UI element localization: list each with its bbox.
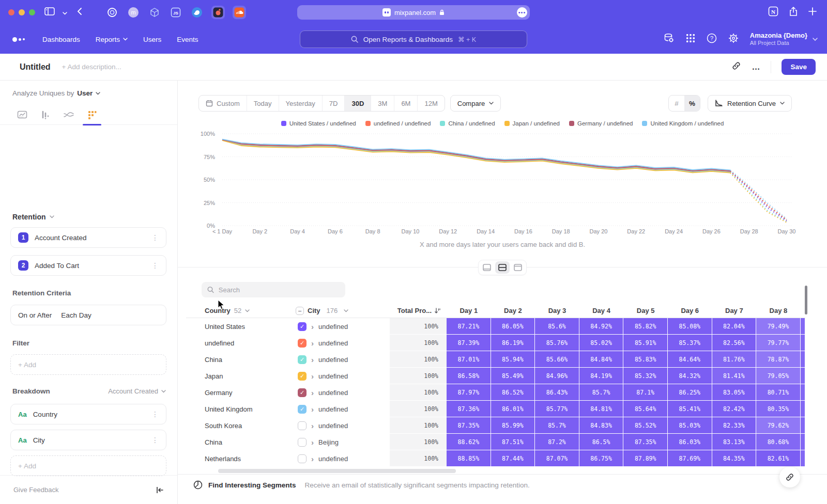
retention-cell[interactable]: 86.75% <box>579 450 624 467</box>
horizontal-scrollbar[interactable] <box>218 469 456 473</box>
apps-grid-icon[interactable] <box>686 34 695 45</box>
retention-cell[interactable]: 85.49% <box>491 368 535 384</box>
retention-cell[interactable]: 85.6% <box>535 318 579 335</box>
retention-cell[interactable]: 87.07% <box>535 450 579 467</box>
nav-item-events[interactable]: Events <box>177 36 198 43</box>
retention-cell[interactable]: 86.19% <box>491 335 535 351</box>
retention-cell[interactable]: 85.99% <box>491 417 535 434</box>
column-header-day-8[interactable]: Day 8 <box>756 307 801 314</box>
step-event-name[interactable]: Account Created <box>35 234 87 242</box>
retention-cell[interactable]: 84.84% <box>579 351 624 368</box>
tab-flows[interactable] <box>63 109 74 121</box>
give-feedback-link[interactable]: Give Feedback <box>13 486 58 494</box>
new-tab-icon[interactable] <box>808 7 817 18</box>
extension-logseq-icon[interactable] <box>211 6 225 19</box>
retention-cell[interactable]: 85.52% <box>623 417 668 434</box>
retention-cell[interactable]: 87.89% <box>623 450 668 467</box>
retention-cell[interactable]: 87.35% <box>623 434 668 450</box>
series-checkbox[interactable] <box>298 421 307 430</box>
more-menu-icon[interactable]: … <box>752 62 760 72</box>
help-icon[interactable]: ? <box>707 33 717 45</box>
range-7d[interactable]: 7D <box>323 96 345 111</box>
format-absolute[interactable]: # <box>669 96 684 111</box>
vertical-scrollbar[interactable] <box>805 286 807 314</box>
expand-row-icon[interactable]: › <box>311 388 314 397</box>
expand-row-icon[interactable]: › <box>311 421 314 430</box>
retention-section-title[interactable]: Retention <box>12 213 46 221</box>
legend-item[interactable]: China / undefined <box>440 120 495 127</box>
retention-cell[interactable]: 84.96% <box>535 368 579 384</box>
retention-cell[interactable]: 87.36% <box>447 401 491 417</box>
retention-cell[interactable]: 88.85% <box>447 450 491 467</box>
retention-cell[interactable]: 85.94% <box>491 351 535 368</box>
notion-icon[interactable]: N <box>768 6 778 19</box>
retention-cell[interactable]: 87.69% <box>668 450 712 467</box>
project-switcher[interactable]: Amazonia {Demo} All Project Data <box>750 32 818 47</box>
column-header-city[interactable]: –City176 <box>287 307 390 315</box>
extensions-more-icon[interactable]: ••• <box>517 7 527 18</box>
retention-cell[interactable]: 84.64% <box>668 351 712 368</box>
kebab-menu-icon[interactable]: ⋮ <box>151 233 159 242</box>
report-description-placeholder[interactable]: + Add description... <box>62 63 121 71</box>
legend-item[interactable]: undefined / undefined <box>365 120 431 127</box>
share-link-floating-button[interactable] <box>779 467 800 487</box>
series-checkbox[interactable]: ✓ <box>298 372 307 381</box>
column-header-day-6[interactable]: Day 6 <box>668 307 712 314</box>
chart-type-button[interactable]: Retention Curve <box>708 95 792 112</box>
nav-item-dashboards[interactable]: Dashboards <box>42 36 80 43</box>
tab-funnels[interactable] <box>40 109 51 121</box>
column-header-day-1[interactable]: Day 1 <box>447 307 491 314</box>
extension-soundcloud-icon[interactable] <box>233 6 246 19</box>
extension-target-icon[interactable] <box>105 6 119 19</box>
breakdown-item-city[interactable]: AaCity⋮ <box>10 430 166 450</box>
view-chart-only[interactable] <box>480 261 494 274</box>
criteria-each-day[interactable]: Each Day <box>61 311 91 319</box>
view-table-only[interactable] <box>511 261 525 274</box>
expand-row-icon[interactable]: › <box>311 372 314 381</box>
format-percent[interactable]: % <box>684 96 700 111</box>
retention-cell[interactable]: 86.52% <box>491 384 535 401</box>
series-checkbox[interactable]: ✓ <box>298 405 307 414</box>
retention-cell[interactable]: 85.82% <box>623 318 668 335</box>
retention-cell[interactable]: 85.83% <box>623 351 668 368</box>
retention-cell[interactable]: 82.61% <box>756 450 801 467</box>
series-checkbox[interactable]: ✓ <box>298 322 307 331</box>
sidebar-toggle-icon[interactable] <box>44 7 55 18</box>
retention-cell[interactable]: 87.39% <box>447 335 491 351</box>
retention-cell[interactable]: 79.49% <box>756 318 801 335</box>
range-3m[interactable]: 3M <box>371 96 394 111</box>
retention-cell[interactable]: 85.77% <box>535 401 579 417</box>
retention-cell[interactable]: 84.32% <box>668 368 712 384</box>
minimize-window-icon[interactable] <box>19 9 25 15</box>
close-window-icon[interactable] <box>8 9 14 15</box>
report-title[interactable]: Untitled <box>20 62 51 72</box>
retention-cell[interactable]: 84.81% <box>579 401 624 417</box>
retention-cell[interactable]: 85.91% <box>623 335 668 351</box>
series-checkbox[interactable] <box>298 454 307 463</box>
retention-cell[interactable]: 82.04% <box>712 318 757 335</box>
retention-cell[interactable]: 87.97% <box>447 384 491 401</box>
series-checkbox[interactable]: ✓ <box>298 339 307 348</box>
retention-cell[interactable]: 86.58% <box>447 368 491 384</box>
column-header-day-5[interactable]: Day 5 <box>623 307 668 314</box>
retention-cell[interactable]: 84.35% <box>712 450 757 467</box>
breakdown-item-country[interactable]: AaCountry⋮ <box>10 404 166 424</box>
expand-row-icon[interactable]: › <box>311 438 314 447</box>
retention-cell[interactable]: 81.76% <box>712 351 757 368</box>
retention-cell[interactable]: 85.02% <box>579 335 624 351</box>
legend-item[interactable]: Japan / undefined <box>504 120 560 127</box>
retention-cell[interactable]: 83.13% <box>712 434 757 450</box>
range-30d[interactable]: 30D <box>345 96 371 111</box>
retention-cell[interactable]: 85.08% <box>668 318 712 335</box>
kebab-menu-icon[interactable]: ⋮ <box>151 436 159 444</box>
retention-cell[interactable]: 85.7% <box>579 384 624 401</box>
extension-js-icon[interactable]: JS <box>169 6 182 19</box>
range-today[interactable]: Today <box>247 96 279 111</box>
analyze-value[interactable]: User <box>77 89 93 97</box>
column-header-day-3[interactable]: Day 3 <box>535 307 579 314</box>
retention-cell[interactable]: 79.62% <box>756 417 801 434</box>
retention-cell[interactable]: 80.71% <box>756 384 801 401</box>
retention-cell[interactable]: 87.44% <box>491 450 535 467</box>
series-checkbox[interactable]: ✓ <box>298 388 307 397</box>
range-yesterday[interactable]: Yesterday <box>279 96 323 111</box>
